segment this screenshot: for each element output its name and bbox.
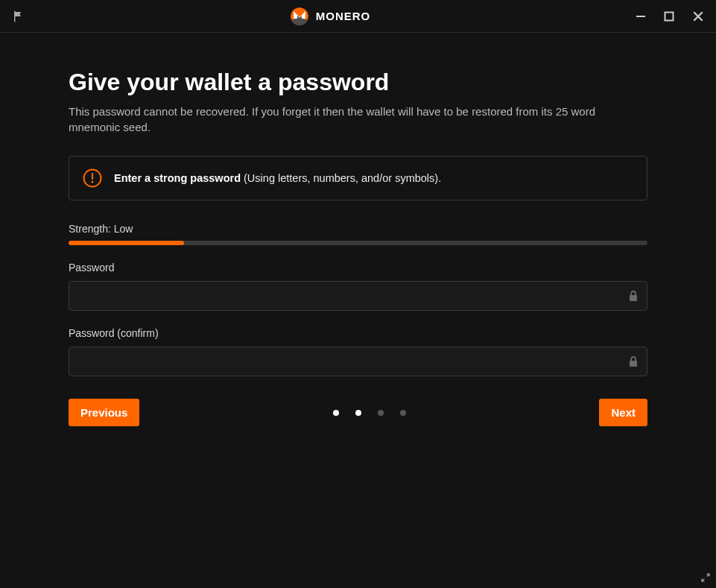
window-controls: [636, 10, 704, 22]
svg-rect-9: [630, 361, 637, 367]
strength-bar-fill: [69, 241, 184, 245]
lock-icon: [628, 290, 639, 302]
brand-name: MONERO: [316, 10, 371, 22]
wizard-nav: Previous Next: [69, 399, 647, 426]
maximize-icon: [664, 11, 674, 22]
password-hint-bold: Enter a strong password: [114, 172, 241, 184]
titlebar: MONERO: [0, 0, 716, 33]
titlebar-left: [12, 10, 25, 23]
step-dot-1: [333, 410, 339, 416]
maximize-button[interactable]: [664, 11, 674, 22]
close-button[interactable]: [692, 10, 704, 22]
page-subtitle: This password cannot be recovered. If yo…: [69, 104, 647, 135]
svg-point-7: [92, 181, 94, 183]
password-hint-box: Enter a strong password (Using letters, …: [69, 156, 647, 200]
strength-bar: [69, 241, 647, 245]
next-button[interactable]: Next: [599, 399, 647, 426]
password-confirm-input-wrap: [69, 347, 647, 376]
step-dot-3: [378, 410, 384, 416]
password-input-wrap: [69, 281, 647, 311]
resize-grip-icon[interactable]: [700, 572, 712, 584]
password-hint-text: Enter a strong password (Using letters, …: [114, 172, 441, 184]
wizard-content: Give your wallet a password This passwor…: [0, 33, 716, 426]
titlebar-center: MONERO: [291, 7, 371, 25]
warning-icon: [83, 168, 102, 188]
svg-rect-8: [630, 295, 637, 301]
password-confirm-input[interactable]: [69, 347, 647, 376]
step-dot-2: [355, 410, 361, 416]
previous-button[interactable]: Previous: [69, 399, 139, 426]
minimize-icon: [636, 11, 646, 22]
step-dots: [333, 410, 406, 416]
monero-logo-icon: [291, 7, 308, 25]
close-icon: [692, 10, 704, 22]
password-input[interactable]: [69, 281, 647, 311]
step-dot-4: [400, 410, 406, 416]
strength-label: Strength: Low: [69, 223, 647, 235]
password-hint-rest: (Using letters, numbers, and/or symbols)…: [241, 172, 441, 184]
svg-rect-2: [665, 12, 674, 20]
password-label: Password: [69, 262, 647, 274]
minimize-button[interactable]: [636, 11, 646, 22]
flag-icon: [12, 10, 25, 23]
page-title: Give your wallet a password: [69, 69, 647, 96]
password-confirm-label: Password (confirm): [69, 327, 647, 339]
lock-icon: [628, 355, 639, 367]
language-flag-button[interactable]: [12, 10, 25, 23]
